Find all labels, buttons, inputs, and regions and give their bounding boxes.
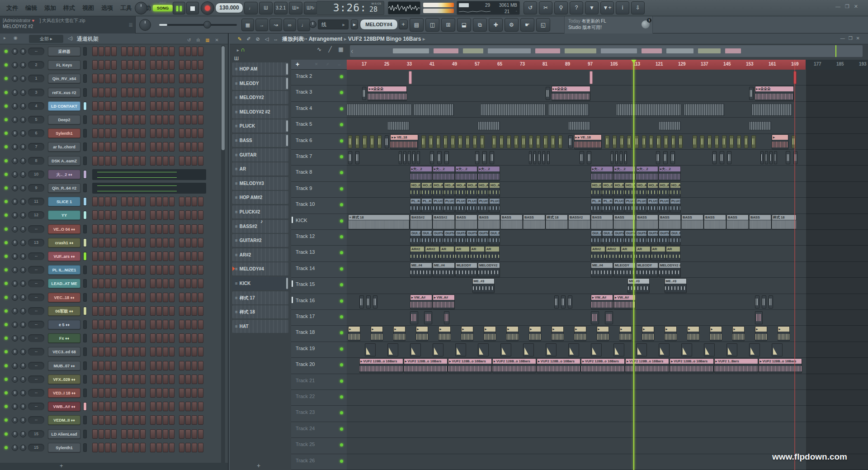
step-cell[interactable] xyxy=(99,429,104,439)
clip-▸[interactable]: ▸ xyxy=(597,326,609,341)
clip-▸ ▸ VE..18[interactable]: ▸ ▸ VE..18 xyxy=(574,134,602,149)
step-cell[interactable] xyxy=(99,375,104,384)
channel-button-LEAD..AT ME[interactable]: LEAD..AT ME xyxy=(48,279,80,288)
channel-button-reFX..xus #2[interactable]: reFX..xus #2 xyxy=(48,88,80,97)
step-cell[interactable] xyxy=(111,252,117,261)
step-cell[interactable] xyxy=(179,265,184,275)
step-cell[interactable] xyxy=(163,252,168,261)
clip-GUI..#2[interactable]: GUI..#2 xyxy=(421,230,432,245)
clip[interactable] xyxy=(786,151,790,164)
step-cell[interactable] xyxy=(192,142,197,152)
step-cell[interactable] xyxy=(111,60,117,70)
clip-GUITAR[interactable]: GUITAR xyxy=(647,230,658,245)
ruler-number[interactable]: 185 xyxy=(836,62,844,66)
step-cell[interactable] xyxy=(179,320,184,329)
channel-volume-knob[interactable] xyxy=(20,335,26,342)
wait-for-input-icon[interactable]: Ш xyxy=(259,2,273,14)
step-cell[interactable] xyxy=(105,197,110,206)
step-cell[interactable] xyxy=(163,415,168,425)
step-cell[interactable] xyxy=(150,375,156,384)
step-cell[interactable] xyxy=(127,252,133,261)
channel-button-06军鼓[interactable]: 06军鼓 ♦♦ xyxy=(48,306,80,316)
channel-led[interactable] xyxy=(5,418,8,422)
channel-led[interactable] xyxy=(5,405,8,408)
clip-BASS[interactable]: BASS xyxy=(681,214,703,229)
step-cell[interactable] xyxy=(198,402,203,411)
step-cell[interactable] xyxy=(156,429,162,439)
help-icon[interactable]: ? xyxy=(570,1,583,14)
clip[interactable] xyxy=(481,104,545,116)
step-cell[interactable] xyxy=(140,347,146,356)
clip-GUITAR[interactable]: GUITAR xyxy=(444,230,455,245)
channel-pan-knob[interactable] xyxy=(12,363,18,369)
step-cell[interactable] xyxy=(156,88,162,97)
tempo-display[interactable]: 130.000 xyxy=(215,3,243,13)
clip-▸[interactable]: ▸ xyxy=(619,326,632,341)
step-cell[interactable] xyxy=(105,306,110,316)
step-cell[interactable] xyxy=(121,210,127,220)
step-cell[interactable] xyxy=(169,429,175,439)
channel-pan-knob[interactable] xyxy=(12,280,18,287)
step-cell[interactable] xyxy=(150,306,156,316)
channel-volume-knob[interactable] xyxy=(20,390,26,396)
step-cell[interactable] xyxy=(179,128,184,138)
clip[interactable] xyxy=(455,343,466,356)
clip[interactable] xyxy=(762,295,766,309)
step-cell[interactable] xyxy=(198,279,203,288)
channel-pan-knob[interactable] xyxy=(12,48,18,55)
clip-source-tabs[interactable]: ∿╱▦ xyxy=(314,46,346,58)
channel-volume-knob[interactable] xyxy=(20,445,26,451)
channel-led[interactable] xyxy=(5,91,8,94)
undo-icon[interactable]: ↺ xyxy=(524,1,537,14)
clip[interactable] xyxy=(636,343,647,356)
step-cell[interactable] xyxy=(127,402,133,411)
step-cell[interactable] xyxy=(198,156,203,166)
step-cell[interactable] xyxy=(169,197,175,206)
step-cell[interactable] xyxy=(192,402,197,411)
step-cell[interactable] xyxy=(92,224,98,234)
mixer-track-number[interactable]: 5 xyxy=(28,116,44,123)
channel-button-YY[interactable]: YY xyxy=(48,210,80,220)
step-cell[interactable] xyxy=(92,402,98,411)
channel-volume-knob[interactable] xyxy=(20,158,26,164)
channel-button-Deep2[interactable]: Deep2 xyxy=(48,115,80,124)
channel-led[interactable] xyxy=(5,159,8,162)
channel-volume-knob[interactable] xyxy=(20,417,26,423)
step-cell[interactable] xyxy=(99,347,104,356)
clip-BASS[interactable]: BASS xyxy=(523,214,545,229)
mixer-icon[interactable]: ◫ xyxy=(425,18,439,32)
step-cell[interactable] xyxy=(127,197,133,206)
step-cell[interactable] xyxy=(150,361,156,370)
step-cell[interactable] xyxy=(92,293,98,302)
ruler-number[interactable]: 25 xyxy=(384,62,389,66)
menu-item-添加[interactable]: 添加 xyxy=(41,0,60,16)
step-cell[interactable] xyxy=(150,265,156,275)
track-header-Track 24[interactable]: Track 24 xyxy=(291,422,347,438)
clip-▸[interactable]: ▸ xyxy=(393,326,406,341)
step-cell[interactable] xyxy=(150,197,156,206)
piano-roll-preview[interactable] xyxy=(92,183,206,194)
blend-record-icon[interactable]: Ш↻ xyxy=(304,2,317,14)
mixer-track-number[interactable]: 11 xyxy=(28,198,44,205)
clip-MLEODY[interactable]: MLEODY xyxy=(636,262,658,277)
step-cell[interactable] xyxy=(99,142,104,152)
clip[interactable] xyxy=(554,295,559,309)
track-led[interactable] xyxy=(340,460,343,463)
step-cell[interactable] xyxy=(150,47,156,56)
step-cell[interactable] xyxy=(150,388,156,398)
mixer-track-number[interactable]: -- xyxy=(28,294,44,301)
ruler-number[interactable]: 161 xyxy=(769,62,776,66)
step-cell[interactable] xyxy=(99,252,104,261)
clip-▸大.._2[interactable]: ▸大.._2 xyxy=(636,166,658,181)
step-cell[interactable] xyxy=(185,320,191,329)
channel-led[interactable] xyxy=(5,186,8,190)
clip-▸[interactable]: ▸ xyxy=(574,326,586,341)
clip-BASS[interactable]: BASS xyxy=(591,214,613,229)
step-cell[interactable] xyxy=(99,443,104,452)
clip[interactable] xyxy=(547,151,550,164)
step-sequencer[interactable] xyxy=(92,47,206,56)
step-cell[interactable] xyxy=(127,347,133,356)
step-cell[interactable] xyxy=(105,115,110,124)
step-cell[interactable] xyxy=(134,197,139,206)
clip[interactable] xyxy=(478,343,489,356)
